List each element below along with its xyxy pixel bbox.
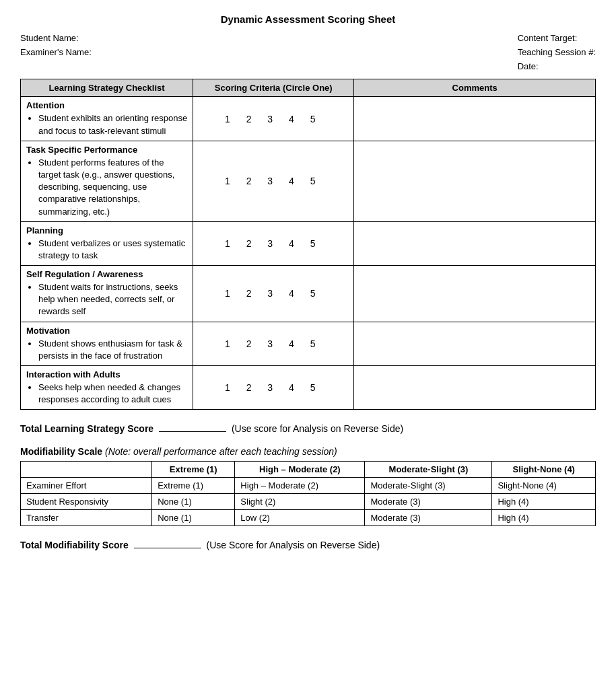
total-learning-suffix: (Use score for Analysis on Reverse Side) [232,423,403,434]
modifiability-title: Modifiability Scale (Note: overall perfo… [20,446,596,457]
mod-row-cell: Slight (2) [235,494,365,510]
total-learning-section: Total Learning Strategy Score (Use score… [20,423,596,434]
mod-col-header: Slight-None (4) [492,462,596,478]
mod-row-cell: None (1) [152,494,235,510]
table-row: Task Specific PerformanceStudent perform… [21,141,596,221]
table-row: Interaction with AdultsSeeks help when n… [21,366,596,410]
examiner-name-label: Examiner's Name: [20,46,92,60]
mod-row-cell: Slight-None (4) [492,478,596,494]
col-header-scoring: Scoring Criteria (Circle One) [193,79,354,97]
mod-row-cell: High (4) [492,510,596,526]
total-learning-prefix: Total Learning Strategy Score [20,423,153,434]
mod-col-header: Extreme (1) [152,462,235,478]
table-row: PlanningStudent verbalizes or uses syste… [21,221,596,265]
mod-table-row: Examiner EffortExtreme (1)High – Moderat… [21,478,596,494]
mod-row-label: Transfer [21,510,152,526]
mod-table-row: Student ResponsivityNone (1)Slight (2)Mo… [21,494,596,510]
total-mod-suffix: (Use Score for Analysis on Reverse Side) [207,540,380,550]
scoring-cell: 1 2 3 4 5 [193,366,354,410]
mod-col-header: High – Moderate (2) [235,462,365,478]
mod-row-cell: Low (2) [235,510,365,526]
mod-table-row: TransferNone (1)Low (2)Moderate (3)High … [21,510,596,526]
mod-col-header: Moderate-Slight (3) [365,462,492,478]
table-row: AttentionStudent exhibits an orienting r… [21,97,596,141]
col-header-comments: Comments [354,79,596,97]
strategy-cell: AttentionStudent exhibits an orienting r… [21,97,193,141]
total-mod-prefix: Total Modifiability Score [20,540,129,550]
date-label: Date: [518,60,596,74]
comments-cell [354,97,596,141]
scoring-cell: 1 2 3 4 5 [193,141,354,221]
table-row: Self Regulation / AwarenessStudent waits… [21,266,596,322]
scoring-cell: 1 2 3 4 5 [193,322,354,365]
mod-row-label: Examiner Effort [21,478,152,494]
comments-cell [354,141,596,221]
strategy-cell: Self Regulation / AwarenessStudent waits… [21,266,193,322]
strategy-cell: Interaction with AdultsSeeks help when n… [21,366,193,410]
comments-cell [354,322,596,365]
mod-row-cell: None (1) [152,510,235,526]
mod-row-label: Student Responsivity [21,494,152,510]
comments-cell [354,266,596,322]
page-title: Dynamic Assessment Scoring Sheet [20,13,596,25]
scoring-cell: 1 2 3 4 5 [193,97,354,141]
modifiability-table: Extreme (1)High – Moderate (2)Moderate-S… [20,461,596,526]
strategy-cell: MotivationStudent shows enthusiasm for t… [21,322,193,365]
mod-row-cell: Extreme (1) [152,478,235,494]
comments-cell [354,221,596,265]
teaching-session-label: Teaching Session #: [518,46,596,60]
col-header-strategy: Learning Strategy Checklist [21,79,193,97]
total-modifiability-section: Total Modifiability Score (Use Score for… [20,540,596,550]
mod-row-cell: High (4) [492,494,596,510]
student-name-label: Student Name: [20,32,92,46]
strategy-cell: Task Specific PerformanceStudent perform… [21,141,193,221]
content-target-label: Content Target: [518,32,596,46]
scoring-cell: 1 2 3 4 5 [193,221,354,265]
mod-row-cell: Moderate (3) [365,494,492,510]
header-right: Content Target: Teaching Session #: Date… [518,32,596,73]
mod-row-cell: High – Moderate (2) [235,478,365,494]
scoring-cell: 1 2 3 4 5 [193,266,354,322]
total-mod-blank [134,548,201,548]
comments-cell [354,366,596,410]
header-left: Student Name: Examiner's Name: [20,32,92,73]
strategy-cell: PlanningStudent verbalizes or uses syste… [21,221,193,265]
total-learning-blank [159,431,226,432]
mod-col-header [21,462,152,478]
mod-row-cell: Moderate-Slight (3) [365,478,492,494]
table-row: MotivationStudent shows enthusiasm for t… [21,322,596,365]
scoring-table: Learning Strategy Checklist Scoring Crit… [20,79,596,410]
mod-row-cell: Moderate (3) [365,510,492,526]
header-section: Student Name: Examiner's Name: Content T… [20,32,596,73]
